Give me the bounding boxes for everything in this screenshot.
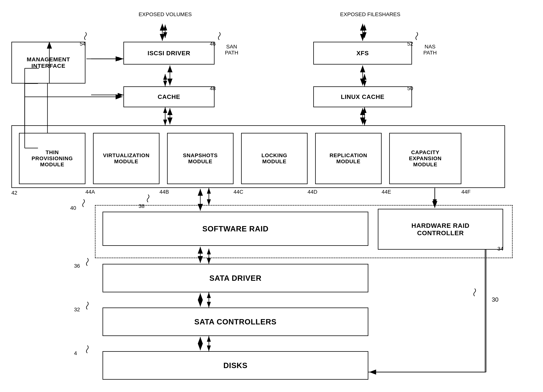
ref-44b: 44B (159, 189, 169, 195)
nas-path-label: NAS PATH (418, 44, 442, 56)
ref-44a: 44A (85, 189, 95, 195)
ref-46: 46 (210, 41, 216, 47)
ref-44d: 44D (308, 189, 317, 195)
management-interface-box: MANAGEMENT INTERFACE (11, 42, 85, 84)
software-raid-box: SOFTWARE RAID (102, 212, 368, 246)
iscsi-driver-box: ISCSI DRIVER (123, 42, 215, 65)
ref-30: 30 (492, 296, 498, 303)
disks-box: DISKS (102, 351, 368, 380)
sata-controllers-box: SATA CONTROLLERS (102, 308, 368, 336)
hardware-raid-box: HARDWARE RAID CONTROLLER (378, 209, 503, 250)
virtualization-box: VIRTUALIZATION MODULE (93, 133, 159, 184)
ref-44f: 44F (461, 189, 470, 195)
ref-40: 40 (70, 205, 76, 211)
ref-42: 42 (11, 190, 17, 196)
ref-44c: 44C (233, 189, 243, 195)
ref-32: 32 (74, 307, 80, 313)
replication-box: REPLICATION MODULE (315, 133, 382, 184)
thin-provisioning-box: THIN PROVISIONING MODULE (19, 133, 85, 184)
sata-driver-box: SATA DRIVER (102, 264, 368, 292)
ref-48: 48 (210, 85, 216, 91)
diagram: EXPOSED VOLUMES EXPOSED FILESHARES MANAG… (0, 0, 543, 392)
snapshots-box: SNAPSHOTS MODULE (167, 133, 233, 184)
ref-52: 52 (407, 41, 413, 47)
xfs-box: XFS (313, 42, 412, 65)
ref-54: 54 (80, 41, 86, 47)
capacity-expansion-box: CAPACITY EXPANSION MODULE (389, 133, 461, 184)
ref-36: 36 (74, 263, 80, 269)
san-path-label: SAN PATH (220, 44, 243, 56)
locking-box: LOCKING MODULE (241, 133, 308, 184)
linux-cache-box: LINUX CACHE (313, 86, 412, 107)
ref-38: 38 (139, 203, 144, 209)
ref-50: 50 (407, 85, 413, 91)
cache-box: CACHE (123, 86, 215, 107)
ref-44e: 44E (382, 189, 391, 195)
exposed-volumes-label: EXPOSED VOLUMES (127, 11, 203, 17)
ref-4: 4 (74, 350, 77, 356)
ref-34: 34 (498, 246, 503, 252)
exposed-fileshares-label: EXPOSED FILESHARES (323, 11, 418, 17)
